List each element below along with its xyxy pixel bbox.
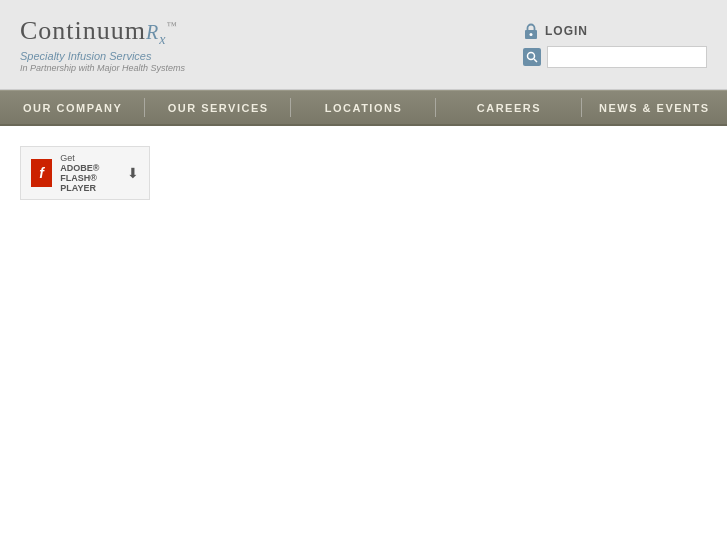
logo-area: ContinuumRx™ Specialty Infusion Services… [20, 16, 185, 73]
search-input[interactable] [547, 46, 707, 68]
nav-label-our-services: OUR SERVICES [168, 102, 269, 114]
nav-item-locations[interactable]: LOCATIONS [291, 91, 436, 124]
header-right: LOGIN [523, 22, 707, 68]
login-link[interactable]: LOGIN [545, 24, 588, 38]
nav-item-careers[interactable]: CAREERS [436, 91, 581, 124]
logo-subtitle: Specialty Infusion Services [20, 50, 185, 62]
lock-icon [523, 22, 539, 40]
logo-tagline: In Partnership with Major Health Systems [20, 63, 185, 73]
nav-label-locations: LOCATIONS [325, 102, 402, 114]
download-icon: ⬇ [127, 165, 139, 181]
search-icon[interactable] [523, 48, 541, 66]
main-content: f Get ADOBE® FLASH® PLAYER ⬇ [0, 126, 727, 545]
nav-item-our-company[interactable]: OUR COMPANY [0, 91, 145, 124]
flash-text: Get ADOBE® FLASH® PLAYER [60, 153, 117, 193]
nav-label-news-events: NEWS & EVENTS [599, 102, 710, 114]
svg-line-3 [534, 59, 537, 62]
logo-rx: Rx [146, 21, 166, 43]
svg-point-1 [530, 33, 533, 36]
main-navbar: OUR COMPANY OUR SERVICES LOCATIONS CAREE… [0, 90, 727, 126]
flash-adobe-label: ADOBE® [60, 163, 117, 173]
page-header: ContinuumRx™ Specialty Infusion Services… [0, 0, 727, 90]
nav-item-our-services[interactable]: OUR SERVICES [145, 91, 290, 124]
search-row [523, 46, 707, 68]
flash-icon: f [31, 159, 52, 187]
flash-player-notice[interactable]: f Get ADOBE® FLASH® PLAYER ⬇ [20, 146, 150, 200]
logo-title: ContinuumRx™ [20, 16, 185, 48]
nav-item-news-events[interactable]: NEWS & EVENTS [582, 91, 727, 124]
logo-continuum: Continuum [20, 16, 146, 45]
nav-label-our-company: OUR COMPANY [23, 102, 122, 114]
flash-get-label: Get [60, 153, 117, 163]
logo-tm: ™ [166, 20, 177, 31]
flash-player-label: FLASH® PLAYER [60, 173, 117, 193]
svg-point-2 [528, 52, 535, 59]
login-row[interactable]: LOGIN [523, 22, 588, 40]
nav-label-careers: CAREERS [477, 102, 541, 114]
